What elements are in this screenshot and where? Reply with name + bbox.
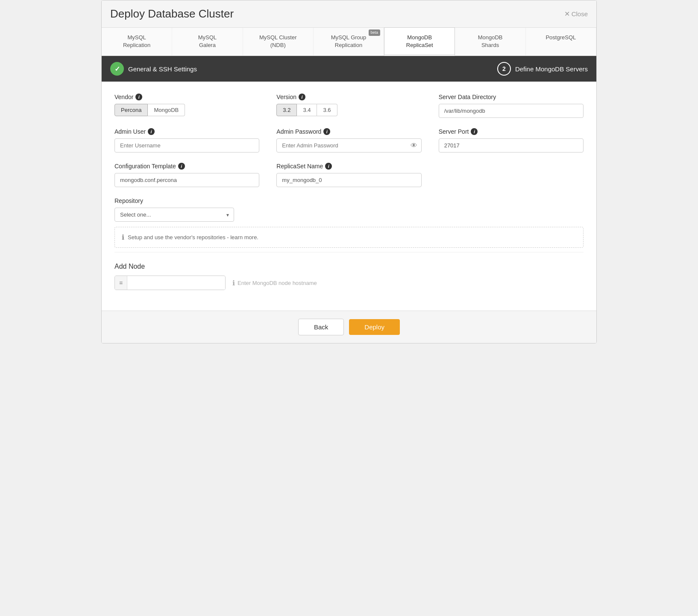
replicaset-name-label: ReplicaSet Name i [276, 163, 421, 170]
admin-password-info-icon[interactable]: i [323, 128, 330, 135]
repository-select[interactable]: Select one... [114, 208, 234, 222]
repository-group: Repository Select one... ▼ [114, 197, 234, 222]
node-drag-handle-icon[interactable]: ≡ [115, 276, 127, 290]
vendor-selector: Percona MongoDB [114, 104, 259, 116]
repository-info-text: Setup and use the vendor's repositories … [128, 234, 258, 241]
close-button[interactable]: ✕ Close [564, 10, 588, 18]
vendor-mongodb-button[interactable]: MongoDB [148, 104, 185, 116]
repository-select-wrapper: Select one... ▼ [114, 208, 234, 222]
close-icon: ✕ [564, 10, 570, 18]
version-label: Version i [276, 94, 421, 100]
close-label: Close [572, 10, 588, 18]
tab-mongodb-shards[interactable]: MongoDBShards [455, 28, 525, 56]
modal-title: Deploy Database Cluster [110, 7, 234, 21]
version-3-4-button[interactable]: 3.4 [297, 104, 317, 116]
version-3-6-button[interactable]: 3.6 [317, 104, 337, 116]
vendor-label: Vendor i [114, 94, 259, 100]
add-node-row: ≡ ℹ Enter MongoDB node hostname [114, 276, 584, 290]
deploy-button[interactable]: Deploy [349, 319, 400, 335]
repository-info-box: ℹ Setup and use the vendor's repositorie… [114, 227, 584, 248]
admin-user-info-icon[interactable]: i [148, 128, 155, 135]
replicaset-name-input[interactable] [276, 173, 421, 187]
add-node-section: Add Node ≡ ℹ Enter MongoDB node hostname [114, 263, 584, 299]
admin-password-group: Admin Password i 👁 [276, 128, 421, 153]
version-group: Version i 3.2 3.4 3.6 [276, 94, 421, 118]
server-port-input[interactable] [439, 138, 584, 153]
admin-password-input[interactable] [276, 138, 421, 153]
repository-label: Repository [114, 197, 234, 204]
repository-info-circle-icon: ℹ [122, 233, 124, 241]
node-hint-info-icon: ℹ [232, 279, 235, 287]
step-general-ssh: ✓ General & SSH Settings [110, 62, 197, 76]
step-2-circle: 2 [497, 62, 511, 76]
main-content: Vendor i Percona MongoDB Version i 3.2 3… [102, 82, 596, 311]
server-data-directory-group: Server Data Directory [439, 94, 584, 118]
replicaset-name-group: ReplicaSet Name i [276, 163, 421, 187]
replicaset-name-info-icon[interactable]: i [325, 163, 332, 170]
server-port-group: Server Port i [439, 128, 584, 153]
node-hostname-input[interactable] [127, 276, 225, 290]
vendor-info-icon[interactable]: i [135, 94, 142, 100]
form-row-2: Admin User i Admin Password i 👁 Server P… [114, 128, 584, 153]
tab-postgresql[interactable]: PostgreSQL [526, 28, 596, 56]
modal-header: Deploy Database Cluster ✕ Close [102, 0, 596, 28]
version-selector: 3.2 3.4 3.6 [276, 104, 421, 116]
placeholder-col-3 [439, 163, 584, 187]
admin-password-input-wrapper: 👁 [276, 138, 421, 153]
server-data-directory-input[interactable] [439, 104, 584, 118]
node-input-wrapper: ≡ [114, 276, 226, 290]
config-template-group: Configuration Template i [114, 163, 259, 187]
deploy-database-cluster-modal: Deploy Database Cluster ✕ Close MySQLRep… [101, 0, 597, 343]
steps-bar: ✓ General & SSH Settings 2 Define MongoD… [102, 56, 596, 82]
add-node-label: Add Node [114, 263, 584, 270]
form-row-1: Vendor i Percona MongoDB Version i 3.2 3… [114, 94, 584, 118]
admin-user-group: Admin User i [114, 128, 259, 153]
tab-mysql-replication[interactable]: MySQLReplication [102, 28, 172, 56]
modal-footer: Back Deploy [102, 311, 596, 343]
admin-password-label: Admin Password i [276, 128, 421, 135]
step-2-label: Define MongoDB Servers [515, 65, 588, 73]
config-template-input[interactable] [114, 173, 259, 187]
tab-mysql-group-replication[interactable]: beta MySQL GroupReplication [314, 28, 384, 56]
section-divider [114, 252, 584, 252]
vendor-percona-button[interactable]: Percona [114, 104, 148, 116]
server-port-info-icon[interactable]: i [471, 128, 478, 135]
node-hostname-hint: ℹ Enter MongoDB node hostname [232, 279, 317, 287]
tab-mysql-galera[interactable]: MySQLGalera [172, 28, 243, 56]
back-button[interactable]: Back [298, 319, 344, 335]
beta-badge: beta [369, 29, 381, 36]
vendor-group: Vendor i Percona MongoDB [114, 94, 259, 118]
node-hint-text: Enter MongoDB node hostname [238, 280, 317, 286]
toggle-password-icon[interactable]: 👁 [411, 142, 417, 150]
config-template-label: Configuration Template i [114, 163, 259, 170]
server-data-directory-label: Server Data Directory [439, 94, 584, 100]
tab-mongodb-replicaset[interactable]: MongoDBReplicaSet [384, 27, 455, 56]
cluster-type-tabs: MySQLReplication MySQLGalera MySQL Clust… [102, 28, 596, 56]
tab-mysql-cluster-ndb[interactable]: MySQL Cluster(NDB) [243, 28, 314, 56]
version-info-icon[interactable]: i [299, 94, 305, 100]
step-1-label: General & SSH Settings [128, 65, 197, 73]
admin-user-label: Admin User i [114, 128, 259, 135]
step-1-circle: ✓ [110, 62, 124, 76]
version-3-2-button[interactable]: 3.2 [276, 104, 297, 116]
step-define-servers: 2 Define MongoDB Servers [497, 62, 588, 76]
server-port-label: Server Port i [439, 128, 584, 135]
form-row-3: Configuration Template i ReplicaSet Name… [114, 163, 584, 187]
admin-user-input[interactable] [114, 138, 259, 153]
config-template-info-icon[interactable]: i [178, 163, 185, 170]
step-2-number: 2 [502, 65, 506, 72]
